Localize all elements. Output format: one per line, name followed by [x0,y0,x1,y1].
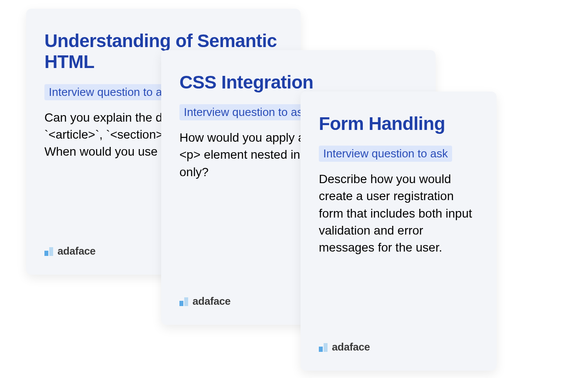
brand-logo: adaface [179,295,230,307]
card-badge: Interview question to ask [44,84,178,100]
adaface-icon [179,296,189,306]
card-body: Describe how you would create a user reg… [319,170,478,256]
adaface-icon [44,246,54,256]
brand-logo: adaface [319,341,370,353]
brand-name: adaface [57,245,95,257]
interview-card: Form Handling Interview question to ask … [301,92,497,371]
card-title: Form Handling [319,113,478,134]
card-badge: Interview question to ask [319,146,452,162]
brand-name: adaface [193,295,230,307]
card-title: CSS Integration [179,72,417,93]
adaface-icon [319,342,328,352]
card-badge: Interview question to ask [179,104,313,120]
brand-logo: adaface [44,245,95,257]
brand-name: adaface [332,341,370,353]
